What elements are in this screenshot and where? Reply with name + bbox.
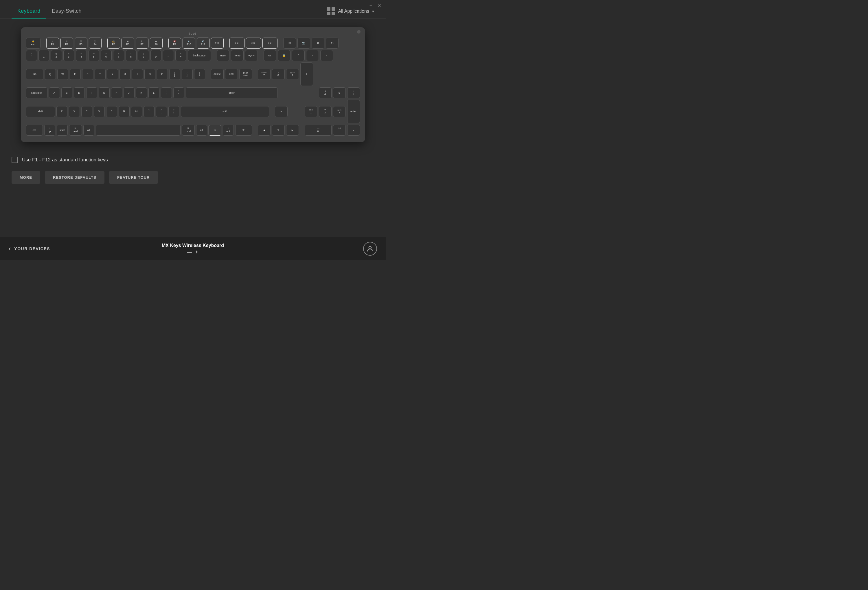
tab-keyboard[interactable]: Keyboard	[12, 5, 46, 18]
key-task-view[interactable]: ⊞	[283, 38, 296, 49]
key-fn[interactable]: fn	[209, 125, 221, 136]
key-arrow-down[interactable]: ▼	[272, 125, 285, 136]
key-numlock[interactable]: clr	[264, 50, 276, 61]
key-f10[interactable]: 🔉 F10	[183, 38, 195, 49]
key-m[interactable]: M	[131, 106, 142, 117]
key-6[interactable]: ^6	[101, 50, 112, 61]
key-r[interactable]: R	[82, 69, 93, 80]
key-num-8[interactable]: ▲8	[272, 69, 285, 80]
key-num-plus[interactable]: +	[300, 62, 313, 86]
key-arrow-left[interactable]: ◄	[258, 125, 270, 136]
key-easy-switch-3[interactable]: 3 🖥	[263, 38, 278, 49]
key-f[interactable]: F	[86, 87, 97, 98]
key-num-equals[interactable]: =	[347, 125, 360, 136]
key-q[interactable]: Q	[45, 69, 56, 80]
key-equals[interactable]: +=	[175, 50, 186, 61]
restore-defaults-button[interactable]: RESTORE DEFAULTS	[45, 171, 105, 184]
key-alt-left[interactable]: alt	[83, 125, 94, 136]
key-2[interactable]: @2	[51, 50, 62, 61]
key-apostrophe[interactable]: "'	[173, 87, 184, 98]
key-arrow-right[interactable]: ►	[286, 125, 299, 136]
key-num-9[interactable]: pg up9	[286, 69, 299, 80]
key-f8[interactable]: ⏭ F8	[150, 38, 162, 49]
key-z[interactable]: Z	[56, 106, 67, 117]
key-lbracket[interactable]: {[	[169, 69, 180, 80]
key-slash[interactable]: ?/	[168, 106, 179, 117]
key-v[interactable]: V	[94, 106, 105, 117]
key-backspace[interactable]: backspace	[188, 50, 211, 61]
key-page-down[interactable]: page down	[239, 69, 252, 80]
key-1[interactable]: !1	[38, 50, 49, 61]
key-i[interactable]: I	[132, 69, 143, 80]
key-period[interactable]: >.	[156, 106, 167, 117]
key-u[interactable]: U	[120, 69, 130, 80]
key-num-slash[interactable]: /	[292, 50, 305, 61]
key-screenshot[interactable]: 📷	[297, 38, 310, 49]
key-j[interactable]: J	[124, 87, 134, 98]
key-cmd-right[interactable]: ⌘cmd	[182, 125, 195, 136]
key-f6[interactable]: ⏮ F6	[121, 38, 134, 49]
key-g[interactable]: G	[99, 87, 110, 98]
feature-tour-button[interactable]: FEATURE TOUR	[109, 171, 158, 184]
key-shift-right[interactable]: shift	[181, 106, 269, 117]
key-ctrl-right[interactable]: ctrl	[235, 125, 252, 136]
key-esc[interactable]: 🔒 esc	[26, 38, 40, 49]
key-c[interactable]: C	[81, 106, 92, 117]
profile-button[interactable]	[363, 242, 377, 256]
key-f11[interactable]: 🔊 F11	[197, 38, 210, 49]
key-num-enter[interactable]: enter	[347, 100, 360, 123]
key-backtick[interactable]: ~`	[26, 50, 37, 61]
key-4[interactable]: $4	[76, 50, 87, 61]
key-b[interactable]: B	[106, 106, 117, 117]
key-5[interactable]: %5	[88, 50, 99, 61]
key-3[interactable]: #3	[63, 50, 74, 61]
app-selector[interactable]: All Applications ▾	[327, 7, 374, 15]
key-arrow-up-nav[interactable]: ▲	[275, 106, 288, 117]
key-l[interactable]: L	[148, 87, 159, 98]
key-f5[interactable]: 📻 F5	[107, 38, 120, 49]
key-9[interactable]: (9	[138, 50, 149, 61]
key-spacebar[interactable]	[96, 125, 180, 136]
key-start[interactable]: start	[57, 125, 68, 136]
key-num-3[interactable]: pg dn3	[333, 106, 346, 117]
key-f3[interactable]: ⊞ F3	[75, 38, 87, 49]
key-num-dot[interactable]: del.	[333, 125, 346, 136]
tab-easy-switch[interactable]: Easy-Switch	[46, 5, 87, 18]
key-alt-right[interactable]: alt	[196, 125, 207, 136]
key-cmd-left[interactable]: ⌘cmd	[69, 125, 82, 136]
key-num-2[interactable]: ▼2	[319, 106, 332, 117]
key-k[interactable]: K	[136, 87, 147, 98]
key-o[interactable]: O	[145, 69, 155, 80]
key-n[interactable]: N	[119, 106, 130, 117]
key-home[interactable]: home	[231, 50, 244, 61]
key-d[interactable]: D	[74, 87, 85, 98]
key-easy-switch-2[interactable]: 2 🖥	[246, 38, 261, 49]
key-e[interactable]: E	[70, 69, 81, 80]
key-insert[interactable]: insert	[217, 50, 229, 61]
key-a[interactable]: A	[49, 87, 60, 98]
key-comma[interactable]: <,	[143, 106, 155, 117]
key-rbracket[interactable]: }]	[182, 69, 193, 80]
key-0[interactable]: )0	[151, 50, 161, 61]
key-num-asterisk[interactable]: *	[306, 50, 319, 61]
key-f7[interactable]: ⏸ F7	[136, 38, 148, 49]
key-page-up[interactable]: page up	[245, 50, 258, 61]
key-s[interactable]: S	[61, 87, 72, 98]
key-caps-lock[interactable]: caps lock	[26, 87, 47, 98]
key-8[interactable]: *8	[125, 50, 137, 61]
key-f4[interactable]: ⬛ F4	[89, 38, 102, 49]
key-easy-switch-1[interactable]: 1 🖥	[229, 38, 245, 49]
key-tab[interactable]: tab	[26, 69, 43, 80]
key-num-7[interactable]: home7	[258, 69, 270, 80]
key-num-4[interactable]: ◄4	[319, 87, 332, 98]
key-semicolon[interactable]: :;	[161, 87, 172, 98]
key-num-minus[interactable]: −	[320, 50, 333, 61]
key-f9[interactable]: 🔇 F9	[168, 38, 181, 49]
back-button[interactable]: ‹ YOUR DEVICES	[9, 245, 50, 252]
key-h[interactable]: H	[111, 87, 122, 98]
key-lock[interactable]: ⊠	[311, 38, 324, 49]
key-opt-right[interactable]: ↗opt	[223, 125, 234, 136]
key-t[interactable]: T	[94, 69, 106, 80]
key-w[interactable]: W	[57, 69, 68, 80]
key-p[interactable]: P	[157, 69, 168, 80]
